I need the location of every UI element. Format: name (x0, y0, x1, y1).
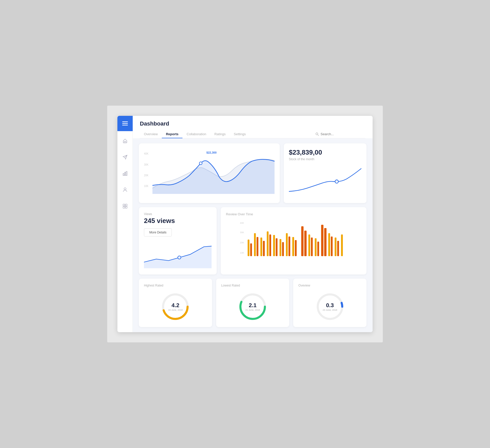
svg-rect-31 (273, 235, 275, 256)
svg-rect-26 (257, 237, 259, 256)
overview-date: 23 June, 2018 (323, 309, 337, 311)
svg-rect-8 (125, 204, 127, 206)
rating-card-highest: Highest Rated 4.2 19 June, 2018 (139, 279, 212, 327)
app-container: Dashboard Overview Reports Collaboration… (117, 116, 373, 332)
sidebar (117, 116, 133, 332)
more-details-button[interactable]: More Details (144, 228, 172, 237)
svg-rect-34 (282, 242, 284, 256)
highest-rated-value: 4.2 (168, 302, 183, 309)
svg-point-17 (335, 180, 338, 183)
svg-rect-28 (263, 241, 265, 256)
svg-rect-2 (122, 125, 128, 126)
svg-rect-41 (309, 234, 310, 256)
svg-rect-9 (123, 206, 125, 208)
svg-rect-0 (122, 121, 128, 122)
svg-point-6 (124, 188, 126, 190)
tab-overview[interactable]: Overview (140, 130, 162, 138)
svg-rect-29 (267, 231, 269, 256)
main-content: Dashboard Overview Reports Collaboration… (133, 116, 373, 332)
views-card: Views 245 views More Details (139, 207, 217, 275)
nav-tabs: Overview Reports Collaboration Ratings S… (140, 130, 365, 138)
svg-text:40K: 40K (144, 153, 149, 155)
svg-point-18 (178, 256, 181, 259)
svg-rect-45 (321, 225, 324, 256)
views-count: 245 views (144, 217, 212, 225)
svg-rect-46 (324, 228, 327, 256)
tab-ratings[interactable]: Ratings (210, 130, 230, 138)
svg-point-16 (199, 162, 202, 165)
svg-rect-42 (311, 238, 313, 256)
svg-text:20K: 20K (240, 241, 244, 244)
svg-rect-49 (335, 238, 337, 256)
sidebar-item-home[interactable] (120, 136, 130, 145)
row2: Views 245 views More Details Review Over (139, 207, 366, 275)
outer-wrapper: Dashboard Overview Reports Collaboration… (107, 106, 383, 342)
stock-value: $23,839,00 (289, 148, 361, 156)
lowest-rated-date: 21 June, 2018 (245, 309, 260, 311)
header: Dashboard Overview Reports Collaboration… (133, 116, 373, 138)
svg-rect-10 (125, 206, 127, 208)
svg-rect-39 (301, 226, 304, 256)
svg-rect-25 (254, 233, 256, 256)
svg-rect-38 (295, 240, 297, 256)
main-chart-card: $22,300 40K 30K 20K 10K (139, 143, 280, 203)
svg-text:10K: 10K (240, 252, 244, 254)
row1: $22,300 40K 30K 20K 10K (139, 143, 366, 203)
tab-settings[interactable]: Settings (230, 130, 250, 138)
review-title: Review Over Time (226, 212, 361, 216)
sidebar-item-user[interactable] (120, 185, 130, 194)
sidebar-item-send[interactable] (120, 153, 130, 162)
review-bar-chart: 40K 30K 20K 10K (226, 219, 361, 260)
overview-donut: 0.3 23 June, 2018 (315, 291, 345, 322)
svg-rect-32 (276, 238, 278, 256)
sidebar-logo[interactable] (117, 116, 133, 131)
stock-line-chart (289, 165, 361, 198)
svg-rect-43 (315, 238, 317, 256)
sidebar-item-grid[interactable] (120, 202, 130, 211)
stock-card: $23,839,00 Stock of the month (284, 143, 366, 203)
highest-rated-date: 19 June, 2018 (168, 309, 183, 311)
svg-text:30K: 30K (240, 231, 244, 234)
svg-rect-23 (248, 240, 250, 256)
svg-rect-3 (123, 173, 124, 176)
svg-rect-24 (250, 243, 252, 256)
search-area (315, 132, 365, 136)
svg-rect-51 (341, 234, 343, 256)
svg-text:20K: 20K (144, 174, 149, 177)
dashboard-body: $22,300 40K 30K 20K 10K (133, 138, 373, 332)
svg-rect-5 (126, 171, 127, 176)
search-icon (315, 132, 319, 136)
tab-collaboration[interactable]: Collaboration (182, 130, 210, 138)
svg-rect-37 (292, 237, 294, 256)
svg-rect-7 (123, 204, 125, 206)
lowest-rated-donut: 2.1 21 June, 2018 (237, 291, 268, 322)
svg-rect-36 (289, 237, 290, 256)
lowest-rated-title: Lowest Rated (221, 284, 240, 287)
svg-rect-40 (304, 231, 307, 256)
stock-label: Stock of the month (289, 157, 361, 161)
main-line-chart: 40K 30K 20K 10K (144, 148, 275, 197)
search-input[interactable] (321, 132, 363, 136)
svg-rect-30 (270, 234, 271, 256)
rating-card-overview: Oveview 0.3 23 June, 2018 (293, 279, 366, 327)
views-line-chart (144, 241, 212, 268)
highest-rated-donut: 4.2 19 June, 2018 (160, 291, 191, 322)
svg-rect-33 (280, 239, 281, 256)
overview-title: Oveview (298, 284, 310, 287)
svg-rect-44 (317, 242, 319, 256)
page-title: Dashboard (140, 120, 365, 127)
sidebar-nav (120, 131, 130, 211)
overview-value: 0.3 (323, 302, 337, 309)
chart-peak-label: $22,300 (206, 151, 217, 154)
tab-reports[interactable]: Reports (162, 130, 182, 138)
rating-card-lowest: Lowest Rated 2.1 21 June, 2018 (216, 279, 289, 327)
svg-rect-35 (286, 233, 288, 256)
sidebar-item-chart[interactable] (120, 169, 130, 178)
svg-text:30K: 30K (144, 163, 149, 166)
svg-rect-4 (125, 172, 126, 176)
svg-rect-27 (261, 238, 262, 256)
svg-text:40K: 40K (240, 222, 244, 224)
lowest-rated-value: 2.1 (245, 302, 260, 309)
svg-rect-48 (331, 237, 333, 256)
views-section-label: Views (144, 212, 212, 216)
